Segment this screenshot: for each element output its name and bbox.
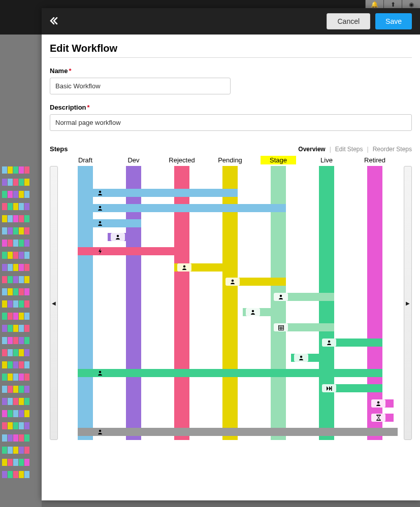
svg-point-0 (99, 191, 101, 193)
collapse-panel-icon[interactable] (50, 16, 59, 27)
transition-draft-to-rejected[interactable] (78, 247, 189, 255)
panel-header: Cancel Save (42, 8, 420, 35)
hourglass-icon (371, 414, 385, 422)
svg-rect-16 (331, 386, 332, 391)
step-column-retired[interactable] (367, 166, 382, 440)
calendar-icon (274, 323, 288, 331)
step-column-label-retired[interactable]: Retired (357, 156, 393, 164)
user-icon (93, 204, 107, 212)
skip-icon (322, 384, 336, 392)
description-input[interactable] (50, 114, 412, 131)
tab-overview[interactable]: Overview (298, 146, 325, 153)
svg-point-6 (280, 295, 282, 297)
transition-live-to-retired[interactable] (319, 339, 382, 347)
svg-point-5 (232, 280, 234, 282)
user-icon (225, 278, 240, 286)
transition-stage-to-live[interactable] (291, 354, 321, 362)
user-icon (93, 219, 107, 227)
user-icon (274, 293, 288, 301)
name-label: Name* (50, 67, 412, 75)
svg-point-1 (99, 206, 101, 208)
tab-edit-steps[interactable]: Edit Steps (335, 146, 363, 153)
cancel-button[interactable]: Cancel (327, 13, 370, 29)
workflow-diagram: ◀ ▶ DraftDevRejectedPendingStageLiveReti… (50, 156, 412, 440)
step-column-live[interactable] (319, 166, 334, 440)
transition-draft-to-retired[interactable] (78, 428, 398, 436)
steps-heading: Steps (50, 145, 68, 153)
step-column-label-stage[interactable]: Stage (261, 156, 296, 164)
svg-point-14 (300, 356, 302, 358)
step-column-label-rejected[interactable]: Rejected (164, 156, 200, 164)
description-label: Description* (50, 104, 412, 111)
step-column-label-draft[interactable]: Draft (68, 156, 103, 164)
transition-draft-to-pending[interactable] (78, 189, 238, 197)
svg-point-7 (252, 310, 254, 312)
user-icon (93, 189, 107, 197)
user-icon (371, 399, 385, 408)
edit-workflow-panel: Cancel Save Edit Workflow Name* Descript… (42, 8, 420, 500)
transition-rejected-to-pending[interactable] (174, 263, 238, 272)
transition-retired-to-retired[interactable] (368, 414, 394, 422)
user-icon (294, 354, 308, 362)
transition-stage-to-live[interactable] (271, 293, 334, 301)
transition-draft-to-stage[interactable] (78, 204, 286, 212)
svg-point-13 (328, 341, 330, 343)
transition-dev-to-dev[interactable] (108, 233, 130, 241)
steps-view-tabs: Overview | Edit Steps | Reorder Steps (298, 146, 412, 153)
bolt-icon (93, 247, 107, 255)
svg-point-15 (99, 371, 101, 373)
user-icon (111, 233, 125, 241)
save-button[interactable]: Save (375, 13, 412, 29)
transition-draft-to-retired[interactable] (78, 369, 382, 377)
transition-pending-to-stage[interactable] (243, 308, 273, 316)
svg-point-3 (117, 235, 119, 237)
user-icon (177, 263, 191, 272)
svg-point-20 (99, 430, 101, 432)
name-input[interactable] (50, 78, 231, 94)
transition-live-to-retired[interactable] (319, 384, 382, 392)
svg-point-4 (183, 265, 185, 267)
svg-point-17 (377, 401, 379, 403)
step-column-label-dev[interactable]: Dev (116, 156, 151, 164)
transition-retired-to-retired[interactable] (368, 399, 394, 408)
page-title: Edit Workflow (50, 43, 412, 54)
user-icon (322, 339, 336, 347)
user-icon (246, 308, 260, 316)
tab-reorder-steps[interactable]: Reorder Steps (373, 146, 412, 153)
diagram-scroll-right[interactable]: ▶ (404, 166, 412, 440)
svg-rect-8 (278, 325, 283, 330)
svg-point-2 (99, 221, 101, 223)
transition-stage-to-live[interactable] (271, 323, 334, 331)
user-icon (93, 369, 107, 377)
transition-pending-to-stage[interactable] (222, 278, 286, 286)
step-column-label-live[interactable]: Live (309, 156, 344, 164)
transition-draft-to-dev[interactable] (78, 219, 141, 227)
step-column-label-pending[interactable]: Pending (212, 156, 248, 164)
diagram-scroll-left[interactable]: ◀ (50, 166, 58, 440)
user-icon (93, 428, 107, 436)
panel-body: Edit Workflow Name* Description* Steps O… (42, 35, 420, 440)
